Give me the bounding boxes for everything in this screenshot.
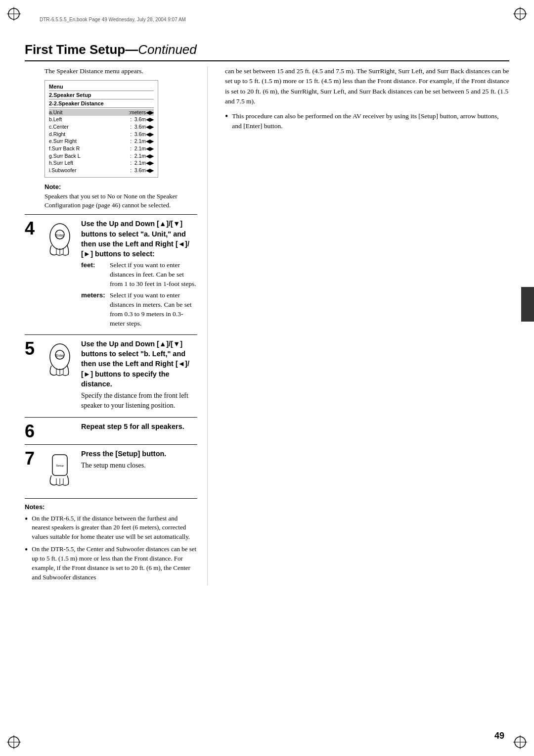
right-main-text: can be set between 15 and 25 ft. (4.5 an… xyxy=(225,66,509,106)
step-4-icon: Enter xyxy=(44,219,75,256)
menu-row-subwoofer: i.Subwoofer: 3.6m◀▶ xyxy=(49,167,154,174)
remote-enter-icon: Enter xyxy=(45,221,74,256)
step-7-number: 7 xyxy=(25,450,39,468)
bottom-notes: Notes: • On the DTR-6.5, if the distance… xyxy=(25,498,197,582)
right-column: can be set between 15 and 25 ft. (4.5 an… xyxy=(222,66,509,585)
remote-enter-icon-2: Enter xyxy=(45,341,74,377)
svg-text:Enter: Enter xyxy=(56,354,64,357)
term-meters-label: meters: xyxy=(81,291,107,329)
note-item-2-text: On the DTR-5.5, the Center and Subwoofer… xyxy=(32,545,197,582)
note-label: Note: xyxy=(44,183,197,192)
svg-text:Enter: Enter xyxy=(56,234,64,237)
corner-mark-br xyxy=(513,735,527,749)
step-7: 7 Setup Press the [Setup] button. The se… xyxy=(25,444,197,490)
step-7-content: Press the [Setup] button. The setup menu… xyxy=(81,449,197,473)
step-7-desc: The setup menu closes. xyxy=(81,461,197,471)
file-info: DTR-6.5.5.5_En.book Page 49 Wednesday, J… xyxy=(40,17,494,22)
step-5-title: Use the Up and Down [▲]/[▼] buttons to s… xyxy=(81,339,197,389)
menu-row-right: d.Right: 3.6m◀▶ xyxy=(49,131,154,138)
intro-text: The Speaker Distance menu appears. xyxy=(44,66,197,76)
step-4: 4 Enter xyxy=(25,214,197,334)
menu-row-surr-back-l: g.Surr Back L: 2.1m◀▶ xyxy=(49,152,154,160)
setup-button-icon: Setup xyxy=(45,451,74,486)
note-item-1-text: On the DTR-6.5, if the distance between … xyxy=(32,514,197,542)
step-4-number: 4 xyxy=(25,220,39,237)
right-bullet-1: • This procedure can also be performed o… xyxy=(225,111,509,132)
step-5-desc: Specify the distance from the front left… xyxy=(81,391,197,411)
step-5-number: 5 xyxy=(25,340,39,358)
menu-row-surr-back-r: f.Surr Back R: 2.1m◀▶ xyxy=(49,145,154,152)
menu-display: Menu 2.Speaker Setup 2-2.Speaker Distanc… xyxy=(44,80,158,178)
right-bullet-1-dot: • xyxy=(225,111,228,132)
note-text: Speakers that you set to No or None on t… xyxy=(44,192,197,211)
menu-row-unit: a.Unit:meters◀▶ xyxy=(49,109,154,116)
step-5-content: Use the Up and Down [▲]/[▼] buttons to s… xyxy=(81,339,197,413)
note-item-1: • On the DTR-6.5, if the distance betwee… xyxy=(25,514,197,542)
step-6-content: Repeat step 5 for all speakers. xyxy=(81,422,197,433)
note-item-2: • On the DTR-5.5, the Center and Subwoof… xyxy=(25,545,197,582)
bullet-1-dot: • xyxy=(25,514,28,542)
step-7-title: Press the [Setup] button. xyxy=(81,449,197,459)
right-bullet-1-text: This procedure can also be performed on … xyxy=(232,111,509,132)
step-5: 5 Enter Use the Up and Down [▲]/[▼] butt… xyxy=(25,334,197,417)
bullet-2-dot: • xyxy=(25,545,28,582)
menu-row-center: c.Center: 3.6m◀▶ xyxy=(49,123,154,131)
menu-row-surr-right: e.Surr Right: 2.1m◀▶ xyxy=(49,138,154,145)
step-6-title: Repeat step 5 for all speakers. xyxy=(81,422,197,431)
step-6: 6 Repeat step 5 for all speakers. xyxy=(25,417,197,444)
term-meters: meters: Select if you want to enter dist… xyxy=(81,291,197,329)
menu-section1: 2.Speaker Setup xyxy=(49,92,154,98)
notes-label: Notes: xyxy=(25,503,197,512)
term-feet-desc: Select if you want to enter distances in… xyxy=(110,261,197,289)
menu-section2: 2-2.Speaker Distance xyxy=(49,100,154,106)
step-6-number: 6 xyxy=(25,423,39,440)
corner-mark-tr xyxy=(513,7,527,21)
step-4-terms: feet: Select if you want to enter distan… xyxy=(81,261,197,328)
main-content: The Speaker Distance menu appears. Menu … xyxy=(25,66,509,585)
left-column: The Speaker Distance menu appears. Menu … xyxy=(25,66,208,585)
term-feet: feet: Select if you want to enter distan… xyxy=(81,261,197,289)
menu-row-surr-left: h.Surr Left: 2.1m◀▶ xyxy=(49,159,154,167)
term-meters-desc: Select if you want to enter distances in… xyxy=(110,291,197,329)
page-number: 49 xyxy=(494,731,504,741)
menu-title: Menu xyxy=(49,84,154,90)
svg-text:Setup: Setup xyxy=(56,464,64,467)
menu-row-left: b.Left: 3.6m◀▶ xyxy=(49,116,154,123)
corner-mark-bl xyxy=(7,735,21,749)
term-feet-label: feet: xyxy=(81,261,107,289)
step-5-icon: Enter xyxy=(44,339,75,377)
note-box: Note: Speakers that you set to No or Non… xyxy=(44,183,197,211)
step-4-title: Use the Up and Down [▲]/[▼] buttons to s… xyxy=(81,219,197,259)
step-7-icon: Setup xyxy=(44,449,75,486)
page-title: First Time Setup—Continued xyxy=(25,42,197,57)
step-4-content: Use the Up and Down [▲]/[▼] buttons to s… xyxy=(81,219,197,330)
corner-mark-tl xyxy=(7,7,21,21)
page-title-area: First Time Setup—Continued xyxy=(25,42,509,61)
page-container: DTR-6.5.5.5_En.book Page 49 Wednesday, J… xyxy=(0,0,534,756)
dark-rect-marker xyxy=(521,287,534,322)
